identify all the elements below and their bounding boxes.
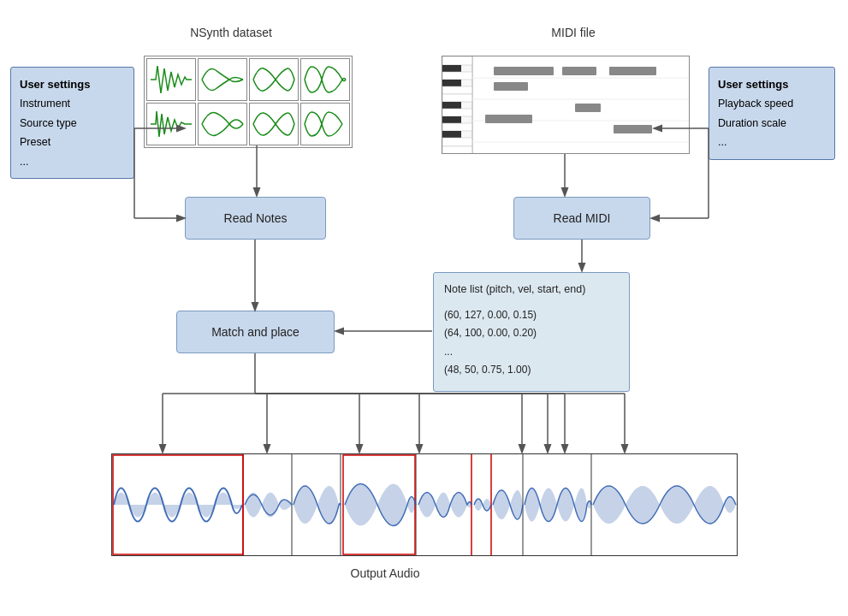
nsynth-grid bbox=[144, 56, 353, 148]
svg-rect-1 bbox=[442, 56, 472, 65]
user-settings-right-item3: ... bbox=[718, 133, 826, 152]
svg-rect-3 bbox=[442, 72, 472, 80]
read-midi-label: Read MIDI bbox=[554, 211, 611, 225]
user-settings-left-item4: ... bbox=[20, 152, 125, 172]
user-settings-left-item3: Preset bbox=[20, 133, 125, 152]
nsynth-cell-5 bbox=[146, 103, 196, 145]
midi-roll bbox=[442, 56, 690, 154]
midi-file-label: MIDI file bbox=[488, 26, 659, 39]
match-and-place-label: Match and place bbox=[211, 325, 299, 339]
read-midi-box: Read MIDI bbox=[513, 197, 650, 240]
nsynth-cell-3 bbox=[249, 58, 299, 101]
note-entry-3: ... bbox=[444, 343, 619, 362]
user-settings-left: User settings Instrument Source type Pre… bbox=[10, 67, 134, 179]
output-audio-box bbox=[111, 453, 738, 556]
note-list-header: Note list (pitch, vel, start, end) bbox=[444, 280, 619, 299]
user-settings-right-title: User settings bbox=[718, 74, 826, 94]
nsynth-dataset-label: NSynth dataset bbox=[145, 26, 317, 39]
note-entry-4: (48, 50, 0.75, 1.00) bbox=[444, 361, 619, 380]
read-notes-label: Read Notes bbox=[224, 211, 288, 225]
svg-rect-24 bbox=[485, 115, 532, 123]
svg-rect-9 bbox=[442, 116, 461, 123]
user-settings-right: User settings Playback speed Duration sc… bbox=[709, 67, 835, 160]
svg-rect-4 bbox=[442, 80, 461, 86]
user-settings-left-item1: Instrument bbox=[20, 94, 125, 114]
svg-rect-2 bbox=[442, 65, 461, 72]
svg-rect-25 bbox=[614, 125, 652, 133]
svg-rect-20 bbox=[562, 67, 596, 75]
nsynth-cell-7 bbox=[249, 103, 299, 145]
user-settings-left-title: User settings bbox=[20, 74, 125, 94]
svg-rect-5 bbox=[442, 86, 472, 94]
output-audio-label: Output Audio bbox=[299, 566, 471, 580]
svg-rect-21 bbox=[609, 67, 656, 75]
note-entry-2: (64, 100, 0.00, 0.20) bbox=[444, 324, 619, 343]
svg-rect-22 bbox=[494, 82, 528, 91]
svg-rect-19 bbox=[494, 67, 554, 75]
nsynth-cell-1 bbox=[146, 58, 196, 101]
svg-rect-10 bbox=[442, 123, 472, 131]
svg-rect-8 bbox=[442, 109, 472, 116]
note-list-box: Note list (pitch, vel, start, end) (60, … bbox=[433, 272, 630, 392]
match-and-place-box: Match and place bbox=[176, 311, 335, 353]
user-settings-left-item2: Source type bbox=[20, 114, 125, 133]
note-entry-1: (60, 127, 0.00, 0.15) bbox=[444, 306, 619, 325]
svg-rect-6 bbox=[442, 94, 472, 102]
user-settings-right-item2: Duration scale bbox=[718, 114, 826, 133]
svg-rect-13 bbox=[442, 146, 472, 154]
nsynth-cell-8 bbox=[300, 103, 350, 145]
read-notes-box: Read Notes bbox=[185, 197, 326, 240]
svg-rect-12 bbox=[442, 138, 472, 146]
svg-rect-7 bbox=[442, 102, 461, 109]
nsynth-cell-4 bbox=[300, 58, 350, 101]
svg-rect-11 bbox=[442, 131, 461, 138]
nsynth-cell-6 bbox=[198, 103, 247, 145]
svg-rect-23 bbox=[575, 104, 601, 112]
user-settings-right-item1: Playback speed bbox=[718, 94, 826, 114]
nsynth-cell-2 bbox=[198, 58, 247, 101]
